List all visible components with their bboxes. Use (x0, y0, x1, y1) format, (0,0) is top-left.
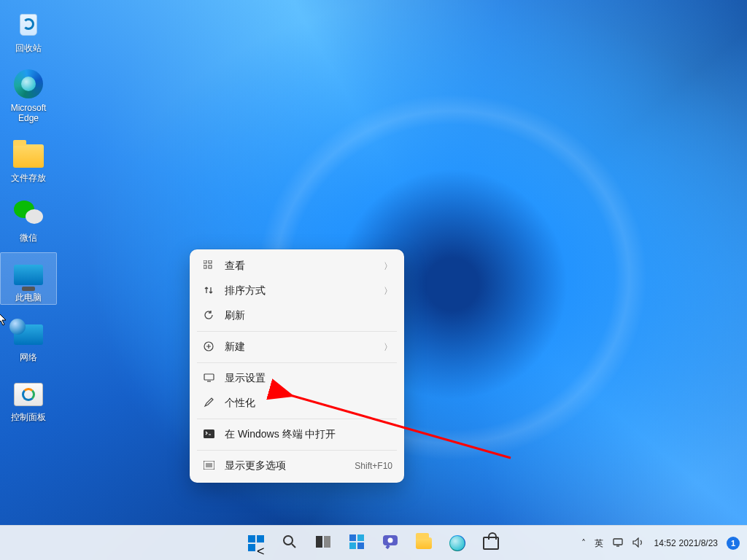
svg-rect-0 (204, 260, 206, 263)
context-menu-label: 查看 (225, 260, 384, 273)
terminal-icon (201, 429, 216, 440)
file-explorer-button[interactable] (409, 529, 438, 558)
desktop-icon-recycle-bin[interactable]: 回收站 (0, 3, 57, 55)
svg-rect-6 (204, 429, 214, 438)
svg-rect-10 (316, 536, 322, 548)
notification-badge[interactable]: 1 (727, 537, 740, 550)
svg-rect-13 (357, 534, 364, 541)
ime-indicator[interactable]: 英 (590, 526, 608, 560)
svg-rect-11 (324, 536, 330, 548)
search-icon (282, 534, 297, 553)
taskbar-center: < span> (241, 526, 506, 560)
search-button[interactable] (275, 529, 304, 558)
control-panel-icon (11, 376, 46, 411)
this-pc-icon (11, 256, 46, 291)
context-menu-separator (197, 419, 397, 419)
svg-rect-5 (204, 374, 214, 380)
context-menu-new[interactable]: 新建 〉 (194, 335, 400, 359)
desktop-icon-label: 文件存放 (11, 173, 46, 183)
context-menu-refresh[interactable]: 刷新 (194, 303, 400, 328)
svg-point-9 (284, 536, 293, 545)
folder-icon (11, 136, 46, 171)
desktop-icon-label: 控制面板 (11, 412, 46, 422)
refresh-icon (201, 310, 216, 322)
clock-date: 2021/8/23 (679, 538, 718, 548)
network-tray-button[interactable] (608, 526, 628, 560)
edge-button[interactable] (443, 529, 472, 558)
desktop-icon-label: 此电脑 (15, 292, 42, 303)
system-tray: ˄ 英 14:52 2021/8/23 1 (577, 526, 747, 560)
context-menu-more-options[interactable]: 显示更多选项 Shift+F10 (194, 454, 400, 478)
widgets-icon (349, 534, 364, 553)
svg-rect-15 (357, 542, 364, 549)
volume-tray-button[interactable] (628, 526, 649, 560)
clock-time: 14:52 (654, 538, 676, 548)
chevron-right-icon: 〉 (384, 285, 392, 298)
context-menu-personalize[interactable]: 个性化 (194, 391, 400, 416)
notification-count: 1 (731, 539, 735, 548)
taskbar: < span> ˄ 英 (0, 525, 747, 560)
context-menu-label: 显示更多选项 (225, 459, 355, 472)
clock-button[interactable]: 14:52 2021/8/23 (649, 526, 724, 560)
start-button[interactable]: < span> (241, 529, 271, 558)
chevron-right-icon: 〉 (384, 341, 392, 354)
grid-icon (201, 260, 216, 273)
task-view-button[interactable] (309, 529, 338, 558)
wechat-icon (11, 196, 46, 231)
context-menu-open-terminal[interactable]: 在 Windows 终端 中打开 (194, 422, 400, 447)
network-icon (11, 316, 46, 351)
sort-icon (201, 285, 216, 298)
chevron-up-icon: ˄ (581, 538, 586, 548)
folder-icon (416, 537, 432, 549)
desktop-icon-this-pc[interactable]: 此电脑 (0, 252, 57, 305)
edge-icon (11, 66, 46, 101)
desktop-icon-label: 网络 (20, 352, 37, 362)
desktop-icon-label: Microsoft Edge (1, 103, 55, 123)
svg-rect-12 (349, 534, 356, 541)
context-menu-sort[interactable]: 排序方式 〉 (194, 279, 400, 303)
desktop-context-menu: 查看 〉 排序方式 〉 刷新 新建 〉 显示设置 个性化 (190, 249, 404, 483)
svg-rect-3 (209, 265, 212, 268)
context-menu-label: 新建 (225, 341, 384, 354)
more-options-icon (201, 460, 216, 472)
display-icon (201, 373, 216, 385)
desktop-icon-control-panel[interactable]: 控制面板 (0, 372, 57, 424)
svg-rect-1 (209, 260, 212, 263)
context-menu-display-settings[interactable]: 显示设置 (194, 366, 400, 391)
svg-point-17 (388, 537, 393, 542)
recycle-bin-icon (11, 7, 46, 42)
context-menu-label: 排序方式 (225, 284, 384, 298)
context-menu-label: 在 Windows 终端 中打开 (225, 428, 392, 441)
desktop-icon-edge[interactable]: Microsoft Edge (0, 63, 57, 125)
context-menu-label: 个性化 (225, 397, 392, 410)
context-menu-shortcut: Shift+F10 (355, 461, 392, 471)
edge-icon (449, 535, 465, 551)
svg-rect-14 (349, 542, 356, 549)
desktop-icons-area: 回收站 Microsoft Edge 文件存放 微信 此电脑 网络 控制面板 (0, 0, 57, 432)
mouse-cursor-icon (0, 312, 9, 330)
desktop-icon-label: 微信 (20, 233, 37, 243)
svg-rect-2 (204, 265, 206, 268)
context-menu-label: 显示设置 (225, 372, 392, 385)
context-menu-separator (197, 362, 397, 363)
task-view-icon (316, 536, 330, 551)
chevron-right-icon: 〉 (384, 260, 392, 273)
brush-icon (201, 397, 216, 410)
context-menu-view[interactable]: 查看 〉 (194, 254, 400, 279)
ime-label: 英 (595, 537, 603, 550)
context-menu-label: 刷新 (225, 309, 392, 322)
network-tray-icon (612, 537, 624, 550)
svg-rect-18 (614, 539, 622, 545)
widgets-button[interactable] (342, 529, 371, 558)
tray-overflow-button[interactable]: ˄ (577, 526, 590, 560)
chat-button[interactable] (376, 529, 405, 558)
desktop-icon-wechat[interactable]: 微信 (0, 192, 57, 245)
desktop-icon-label: 回收站 (15, 43, 42, 53)
context-menu-separator (197, 331, 397, 332)
chat-icon (382, 534, 398, 553)
context-menu-separator (197, 450, 397, 451)
store-icon (483, 537, 499, 550)
store-button[interactable] (476, 529, 506, 558)
windows-logo-icon: < span> (248, 535, 264, 551)
desktop-icon-folder[interactable]: 文件存放 (0, 133, 57, 185)
